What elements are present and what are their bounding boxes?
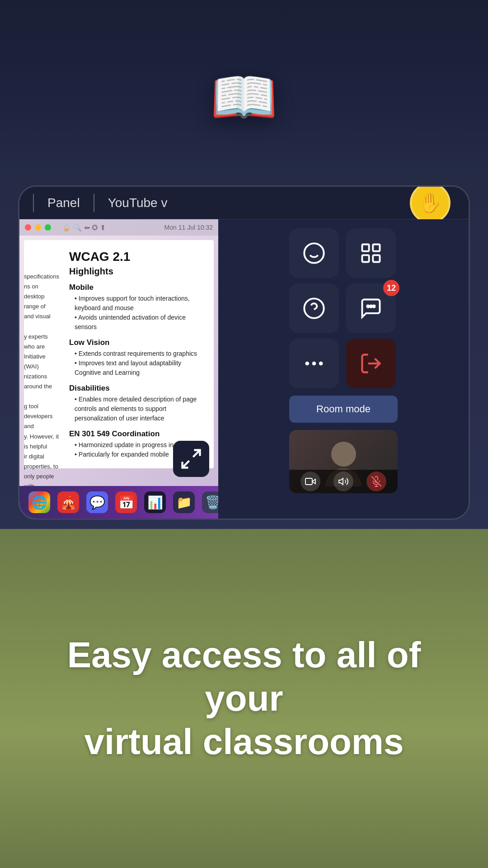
chat-badge: 12 <box>383 280 399 296</box>
tagline-line1: Easy access to all of your <box>67 635 421 718</box>
close-window-button[interactable] <box>25 224 31 231</box>
svg-point-9 <box>304 298 324 318</box>
svg-point-11 <box>367 306 369 307</box>
speaker-button[interactable] <box>333 472 353 491</box>
svg-point-13 <box>373 306 375 307</box>
minimize-window-button[interactable] <box>35 224 41 231</box>
svg-point-16 <box>319 362 323 366</box>
chat-button[interactable]: 12 <box>346 283 396 333</box>
expand-icon <box>179 447 203 471</box>
section-disabilities: Disabilities <box>69 384 200 393</box>
speaker-icon <box>338 476 349 487</box>
dock-app6[interactable]: 📁 <box>173 491 195 513</box>
bullet-2: Avoids unintended activation of device s… <box>69 313 200 332</box>
more-icon <box>302 352 326 375</box>
bullet-1: Improves support for touch interactions,… <box>69 294 200 313</box>
exit-button[interactable] <box>346 339 396 388</box>
svg-point-14 <box>305 362 310 366</box>
mic-off-button[interactable] <box>366 472 386 491</box>
dock-trash[interactable]: 🗑️ <box>202 491 218 513</box>
svg-point-12 <box>370 306 372 307</box>
dock-app5[interactable]: 📊 <box>144 491 166 513</box>
section-low-vision: Low Vision <box>69 338 200 347</box>
doc-title: WCAG 2.1 <box>69 249 200 264</box>
screen-content: 🔒 🔍 ⬅ ✪ ⬆ Mon 11 Jul 10:32 specification… <box>19 219 218 519</box>
tab-divider-left <box>33 194 34 212</box>
svg-line-0 <box>193 450 200 457</box>
tagline: Easy access to all of your virtual class… <box>36 633 452 764</box>
tagline-line2: virtual classrooms <box>84 722 404 762</box>
mic-off-icon <box>371 476 382 487</box>
camera-icon <box>305 476 316 487</box>
section-mobile: Mobile <box>69 283 200 292</box>
svg-rect-7 <box>362 255 369 262</box>
tab-bar: Panel YouTube v ✋ <box>19 187 469 219</box>
book-emoji: 📖 <box>210 66 278 129</box>
dock-discord[interactable]: 💬 <box>86 491 108 513</box>
smiley-button[interactable] <box>289 228 339 278</box>
svg-point-2 <box>304 243 324 263</box>
dock-chrome[interactable]: 🌐 <box>28 491 50 513</box>
grid-icon <box>359 241 383 265</box>
exit-icon <box>359 352 383 375</box>
svg-rect-5 <box>362 245 369 251</box>
svg-rect-18 <box>305 478 312 485</box>
doc-subtitle: Highlights <box>69 266 200 277</box>
bullet-3: Extends contrast requirements to graphic… <box>69 349 200 359</box>
expand-button[interactable] <box>173 441 209 477</box>
camera-button[interactable] <box>300 472 320 491</box>
room-mode-button[interactable]: Room mode <box>289 396 398 423</box>
svg-rect-8 <box>373 255 380 262</box>
smiley-icon <box>302 241 326 265</box>
section-en301: EN 301 549 Coordination <box>69 429 200 439</box>
question-button[interactable] <box>289 283 339 333</box>
window-controls <box>25 224 51 231</box>
svg-line-1 <box>183 461 189 467</box>
tablet-frame: Panel YouTube v ✋ <box>18 185 470 520</box>
dock: 🌐 🎪 💬 📅 📊 📁 🗑️ <box>19 486 218 519</box>
top-section: 📖 <box>0 0 488 176</box>
svg-point-15 <box>312 362 316 366</box>
room-mode-label: Room mode <box>316 403 371 415</box>
bottom-section: Easy access to all of your virtual class… <box>0 529 488 868</box>
tablet-section: Panel YouTube v ✋ <box>0 176 488 529</box>
icon-grid: 12 <box>289 228 398 388</box>
dock-calendar[interactable]: 📅 <box>115 491 137 513</box>
question-icon <box>302 297 326 320</box>
main-content: 🔒 🔍 ⬅ ✪ ⬆ Mon 11 Jul 10:32 specification… <box>19 219 469 519</box>
dock-app2[interactable]: 🎪 <box>57 491 79 513</box>
svg-rect-6 <box>373 245 380 251</box>
sidebar-text: specifications ns on desktop range of an… <box>24 272 60 486</box>
more-button[interactable] <box>289 339 339 388</box>
hand-icon: ✋ <box>418 192 442 214</box>
tab-divider-right <box>94 194 94 212</box>
tab-panel[interactable]: Panel <box>38 192 89 214</box>
bullet-5: Enables more detailed description of pag… <box>69 395 200 423</box>
mac-clock: Mon 11 Jul 10:32 <box>164 224 213 231</box>
right-panel: 12 <box>218 219 469 519</box>
hand-raise-button[interactable]: ✋ <box>410 185 450 223</box>
video-preview <box>289 430 398 493</box>
mac-toolbar: 🔒 🔍 ⬅ ✪ ⬆ Mon 11 Jul 10:32 <box>19 219 218 236</box>
maximize-window-button[interactable] <box>45 224 51 231</box>
svg-marker-19 <box>339 478 343 485</box>
tab-youtube[interactable]: YouTube v <box>99 192 177 214</box>
grid-button[interactable] <box>346 228 396 278</box>
bullet-4: Improves text and layout adaptability Co… <box>69 359 200 377</box>
chat-icon <box>359 297 383 320</box>
video-controls <box>289 470 398 493</box>
